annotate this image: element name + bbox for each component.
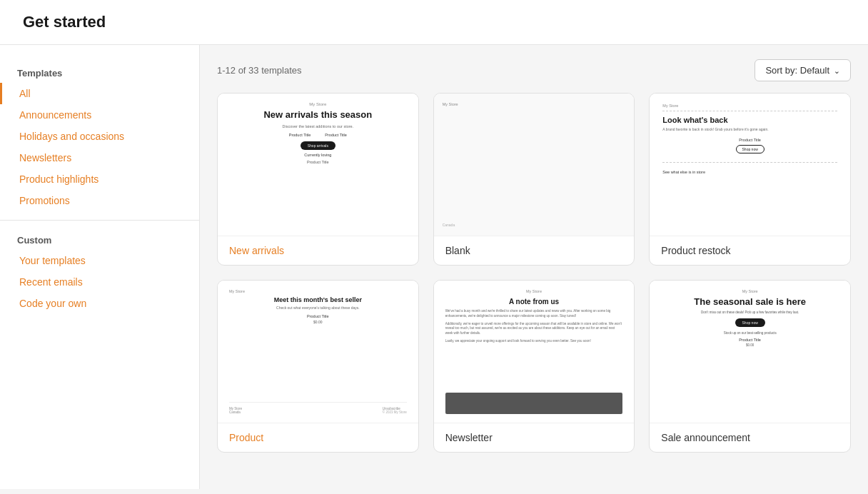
- preview-product-row: Product Title Product Title: [289, 133, 347, 137]
- sidebar-item-newsletters[interactable]: Newsletters: [0, 147, 199, 168]
- chevron-icon: ⌃: [834, 66, 840, 75]
- sidebar-item-code-your-own[interactable]: Code your own: [0, 293, 199, 314]
- template-card-newsletter[interactable]: My Store A note from us We've had a busy…: [433, 280, 635, 453]
- preview-sale: My Store The seasonal sale is here Don't…: [650, 281, 850, 423]
- template-card-product-restock[interactable]: My Store Look what's back A brand favori…: [649, 93, 851, 266]
- sidebar-item-announcements[interactable]: Announcements: [0, 104, 199, 126]
- sidebar-item-your-templates[interactable]: Your templates: [0, 250, 199, 271]
- template-preview-product-restock: My Store Look what's back A brand favori…: [650, 94, 850, 236]
- template-label-new-arrivals: New arrivals: [218, 236, 418, 265]
- newsletter-image: [445, 393, 623, 414]
- preview-shop-btn: Shop arrivals: [301, 141, 335, 150]
- results-count: 1-12 of 33 templates: [217, 65, 302, 76]
- preview-store-name: My Store: [309, 102, 326, 106]
- sidebar-item-all[interactable]: All: [0, 83, 199, 104]
- template-card-new-arrivals[interactable]: My Store New arrivals this season Discov…: [217, 93, 419, 266]
- preview-blank: My Store Canada: [434, 94, 635, 236]
- preview-currently-loving: Currently loving: [304, 153, 331, 157]
- template-preview-blank: My Store Canada: [434, 94, 635, 236]
- content-area: 1-12 of 33 templates Sort by: Default ⌃ …: [200, 45, 868, 489]
- template-card-sale-announcement[interactable]: My Store The seasonal sale is here Don't…: [649, 280, 851, 453]
- sort-label: Sort by: Default: [765, 65, 829, 76]
- main-layout: Templates All Announcements Holidays and…: [0, 45, 868, 489]
- preview-product: My Store Meet this month's best seller C…: [218, 281, 418, 423]
- sidebar-item-promotions[interactable]: Promotions: [0, 190, 199, 211]
- preview-new-arrivals-title: New arrivals this season: [263, 109, 372, 121]
- header: Get started: [0, 0, 868, 45]
- sidebar-divider: [0, 220, 199, 221]
- template-label-product: Product: [218, 423, 418, 452]
- templates-section-label: Templates: [0, 62, 199, 83]
- preview-newsletter: My Store A note from us We've had a busy…: [434, 281, 635, 423]
- template-label-blank: Blank: [434, 236, 635, 265]
- sidebar-item-recent-emails[interactable]: Recent emails: [0, 271, 199, 293]
- templates-grid: My Store New arrivals this season Discov…: [217, 93, 851, 453]
- preview-new-arrivals-subtitle: Discover the latest additions to our sto…: [282, 124, 353, 128]
- sort-button[interactable]: Sort by: Default ⌃: [755, 59, 851, 81]
- template-label-product-restock: Product restock: [650, 236, 850, 265]
- content-toolbar: 1-12 of 33 templates Sort by: Default ⌃: [217, 59, 851, 81]
- custom-section-label: Custom: [0, 229, 199, 250]
- page-title: Get started: [23, 13, 106, 31]
- template-card-product[interactable]: My Store Meet this month's best seller C…: [217, 280, 419, 453]
- sidebar-item-holidays[interactable]: Holidays and occasions: [0, 126, 199, 147]
- sidebar-item-product-highlights[interactable]: Product highlights: [0, 168, 199, 190]
- template-label-newsletter: Newsletter: [434, 423, 635, 452]
- template-card-blank[interactable]: My Store Canada Blank: [433, 93, 635, 266]
- preview-bottom-product: Product Title: [307, 160, 329, 164]
- template-preview-new-arrivals: My Store New arrivals this season Discov…: [218, 94, 418, 236]
- template-preview-sale-announcement: My Store The seasonal sale is here Don't…: [650, 281, 850, 423]
- template-label-sale-announcement: Sale announcement: [650, 423, 850, 452]
- template-preview-newsletter: My Store A note from us We've had a busy…: [434, 281, 635, 423]
- template-preview-product: My Store Meet this month's best seller C…: [218, 281, 418, 423]
- sidebar: Templates All Announcements Holidays and…: [0, 45, 200, 489]
- preview-restock: My Store Look what's back A brand favori…: [650, 94, 850, 236]
